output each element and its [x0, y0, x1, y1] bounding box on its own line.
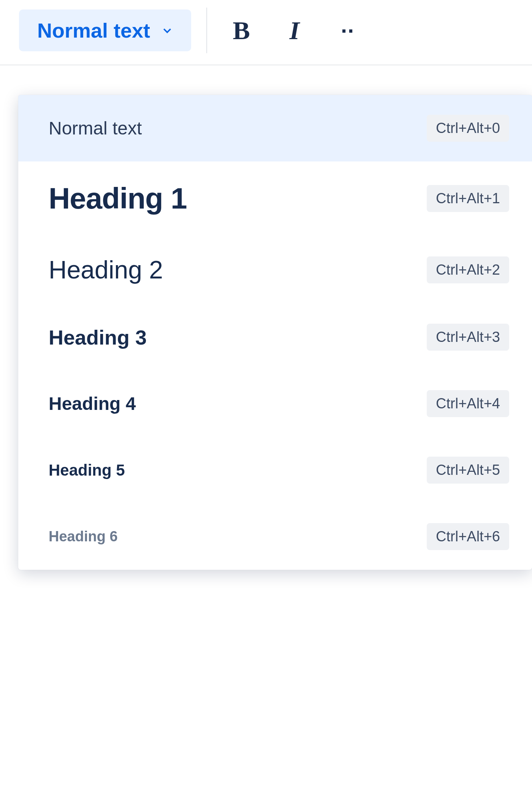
- keyboard-shortcut-badge: Ctrl+Alt+5: [427, 457, 509, 484]
- text-style-option-label: Heading 1: [49, 181, 187, 216]
- text-style-option-label: Normal text: [49, 118, 142, 139]
- text-style-option[interactable]: Normal textCtrl+Alt+0: [18, 95, 532, 161]
- text-style-option-label: Heading 6: [49, 528, 118, 545]
- more-icon: ··: [341, 18, 355, 43]
- text-style-option-label: Heading 4: [49, 393, 136, 414]
- chevron-down-icon: [162, 25, 173, 36]
- keyboard-shortcut-badge: Ctrl+Alt+6: [427, 523, 509, 550]
- bold-button[interactable]: B: [222, 11, 260, 49]
- keyboard-shortcut-badge: Ctrl+Alt+1: [427, 185, 509, 212]
- text-style-dropdown[interactable]: Normal text: [19, 9, 191, 51]
- text-style-option-label: Heading 2: [49, 255, 163, 284]
- keyboard-shortcut-badge: Ctrl+Alt+0: [427, 115, 509, 142]
- italic-button[interactable]: I: [276, 11, 314, 49]
- text-style-dropdown-label: Normal text: [37, 19, 150, 42]
- text-style-menu: Normal textCtrl+Alt+0Heading 1Ctrl+Alt+1…: [18, 95, 532, 570]
- text-style-option[interactable]: Heading 4Ctrl+Alt+4: [18, 370, 532, 437]
- text-style-option-label: Heading 3: [49, 326, 147, 349]
- keyboard-shortcut-badge: Ctrl+Alt+2: [427, 256, 509, 283]
- more-formatting-button[interactable]: ··: [329, 11, 367, 49]
- text-style-option[interactable]: Heading 5Ctrl+Alt+5: [18, 437, 532, 503]
- text-style-option[interactable]: Heading 1Ctrl+Alt+1: [18, 161, 532, 236]
- toolbar-divider: [206, 8, 207, 53]
- bold-icon: B: [233, 16, 250, 46]
- keyboard-shortcut-badge: Ctrl+Alt+3: [427, 324, 509, 351]
- text-style-option[interactable]: Heading 2Ctrl+Alt+2: [18, 236, 532, 304]
- italic-icon: I: [290, 16, 299, 46]
- text-style-option[interactable]: Heading 6Ctrl+Alt+6: [18, 503, 532, 570]
- text-style-option[interactable]: Heading 3Ctrl+Alt+3: [18, 304, 532, 370]
- keyboard-shortcut-badge: Ctrl+Alt+4: [427, 390, 509, 417]
- editor-toolbar: Normal text B I ··: [0, 0, 532, 65]
- text-style-option-label: Heading 5: [49, 461, 125, 479]
